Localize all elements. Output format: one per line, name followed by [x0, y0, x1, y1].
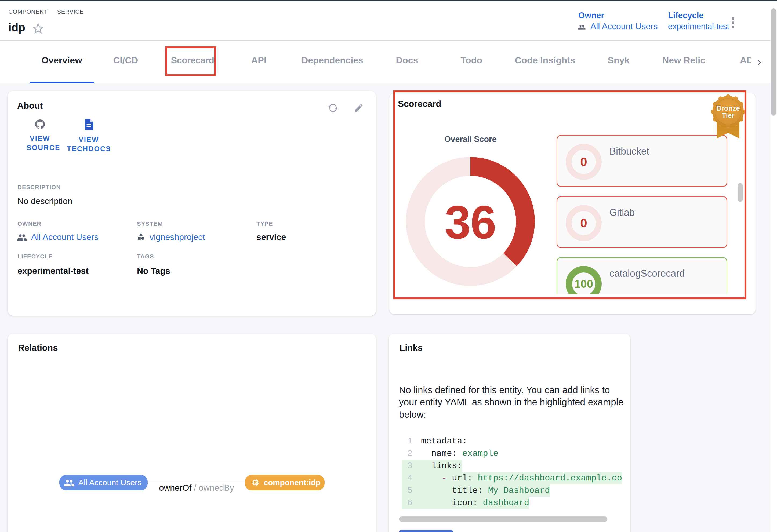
- svg-text:Bronze: Bronze: [716, 104, 740, 112]
- svg-text:Tier: Tier: [722, 111, 734, 119]
